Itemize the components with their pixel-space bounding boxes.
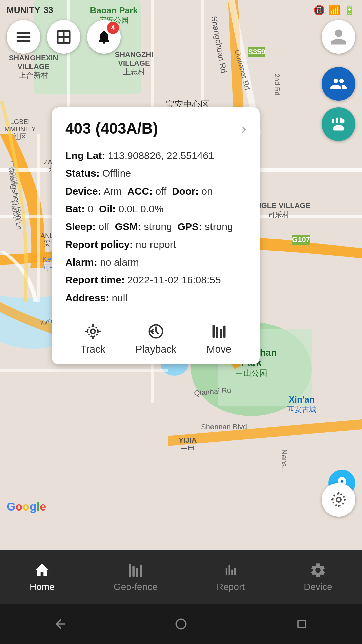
svg-text:G107: G107 [292, 235, 310, 244]
nav-report[interactable]: Report [217, 561, 245, 592]
svg-text:上合新村: 上合新村 [19, 71, 48, 79]
svg-text:上志村: 上志村 [123, 68, 145, 76]
lng-lat-row: Lng Lat: 113.908826, 22.551461 [65, 147, 246, 164]
svg-rect-75 [129, 564, 131, 577]
side-buttons [322, 67, 355, 141]
svg-point-74 [333, 494, 345, 506]
signal-icon: 📶 [328, 5, 340, 16]
svg-rect-70 [216, 327, 218, 338]
people-tracking-button[interactable] [322, 67, 355, 101]
user-avatar[interactable] [322, 20, 355, 54]
pet-tracking-button[interactable] [322, 107, 355, 141]
status-row: Status: Offline [65, 165, 246, 182]
nav-geofence[interactable]: Geo-fence [114, 561, 158, 592]
card-actions: Track Playback Move [65, 316, 246, 355]
svg-text:2nd Rd: 2nd Rd [274, 74, 281, 96]
svg-text:YIJIA: YIJIA [178, 436, 197, 444]
door-label: Door: [172, 185, 199, 197]
nav-device[interactable]: Device [304, 561, 333, 592]
svg-text:同乐村: 同乐村 [267, 211, 289, 219]
svg-point-67 [91, 329, 95, 334]
gps-label: GPS: [178, 221, 202, 232]
svg-text:Shennan Blvd: Shennan Blvd [201, 423, 247, 431]
status-icons: 📵 📶 🔋 [313, 5, 355, 16]
toolbar: 4 [7, 20, 121, 54]
status-bar: MUNITY 33 📵 📶 🔋 [0, 0, 362, 20]
svg-text:社区: 社区 [13, 133, 27, 140]
svg-text:MMUNITY: MMUNITY [4, 125, 36, 133]
notification-button[interactable]: 4 [87, 20, 121, 54]
svg-point-79 [176, 619, 186, 629]
svg-rect-71 [220, 329, 222, 338]
battery-icon: 🔋 [344, 5, 355, 16]
svg-text:VILLAGE: VILLAGE [17, 62, 49, 71]
oil-label: Oil: [99, 203, 116, 214]
report-policy-row: Report policy: no report [65, 236, 246, 253]
alarm-row: Alarm: no alarm [65, 254, 246, 271]
expand-button[interactable] [47, 20, 80, 54]
android-home-button[interactable] [174, 616, 188, 631]
card-arrow-button[interactable]: › [241, 119, 246, 138]
menu-button[interactable] [7, 20, 40, 54]
svg-text:西安古城: 西安古城 [287, 405, 316, 414]
track-button[interactable]: Track [80, 323, 105, 355]
android-nav [0, 604, 362, 644]
android-recents-button[interactable] [294, 616, 309, 631]
svg-text:SHANGHEXIN: SHANGHEXIN [9, 54, 58, 62]
svg-text:S359: S359 [248, 48, 265, 56]
svg-point-73 [336, 497, 341, 502]
location-button[interactable] [322, 483, 355, 517]
svg-rect-11 [37, 134, 40, 302]
device-row: Device: Arm ACC: off Door: on [65, 182, 246, 200]
bat-row: Bat: 0 Oil: 0.0L 0.0% [65, 200, 246, 217]
info-card: 403 (403A/B) › Lng Lat: 113.908826, 22.5… [52, 107, 260, 364]
playback-button[interactable]: Playback [135, 323, 176, 355]
acc-label: ACC: [127, 185, 153, 197]
svg-rect-80 [298, 620, 305, 628]
notification-badge: 4 [107, 22, 119, 34]
nav-home[interactable]: Home [29, 561, 55, 592]
svg-rect-10 [0, 369, 168, 372]
svg-text:一甲: 一甲 [180, 445, 195, 453]
move-button[interactable]: Move [206, 323, 231, 355]
android-back-button[interactable] [53, 616, 68, 631]
google-logo: Google [7, 500, 46, 513]
svg-text:LGBEI: LGBEI [10, 118, 30, 125]
svg-text:Xin'an: Xin'an [289, 394, 315, 405]
wifi-crossed-icon: 📵 [313, 5, 325, 16]
svg-text:Nans...: Nans... [280, 449, 288, 473]
svg-text:安: 安 [44, 239, 50, 247]
svg-rect-78 [140, 565, 142, 577]
card-title: 403 (403A/B) [65, 119, 158, 138]
svg-rect-69 [213, 325, 215, 338]
status-time: MUNITY 33 [7, 5, 53, 15]
svg-rect-72 [223, 326, 226, 338]
svg-text:中山公园: 中山公园 [235, 368, 267, 377]
svg-rect-76 [133, 566, 135, 577]
bottom-nav: Home Geo-fence Report Device [0, 550, 362, 604]
gsm-label: GSM: [115, 221, 141, 232]
svg-point-60 [341, 480, 343, 482]
svg-text:VILLAGE: VILLAGE [118, 59, 150, 67]
sleep-row: Sleep: off GSM: strong GPS: strong [65, 218, 246, 235]
svg-text:ANL: ANL [41, 232, 54, 239]
address-row: Address: null [65, 289, 246, 306]
report-time-row: Report time: 2022-11-02 16:08:55 [65, 271, 246, 288]
svg-rect-77 [136, 568, 139, 577]
